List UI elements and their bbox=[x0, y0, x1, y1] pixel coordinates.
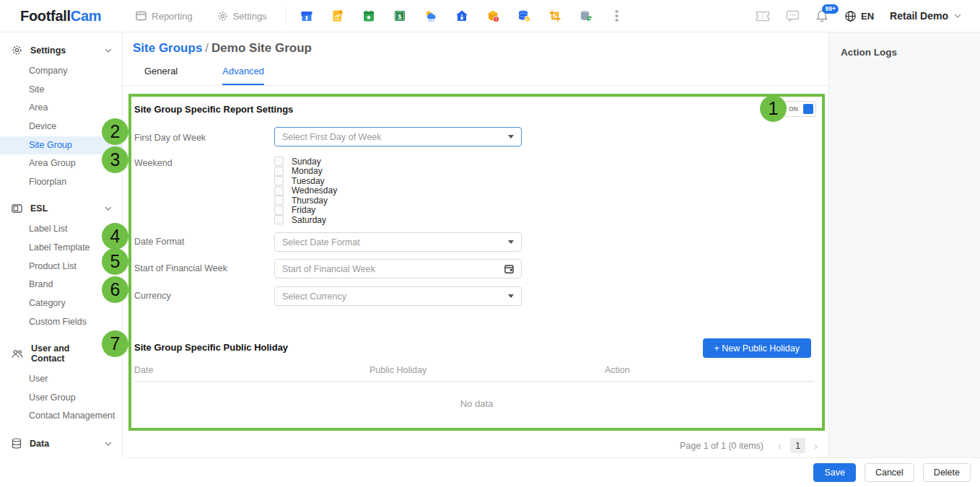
checkbox-thursday[interactable] bbox=[274, 196, 284, 205]
chevron-down-icon bbox=[105, 442, 112, 446]
checkbox-sunday-label: Sunday bbox=[292, 157, 321, 167]
date-format-select[interactable]: Select Date Format bbox=[274, 232, 522, 252]
chevron-down-icon bbox=[508, 240, 514, 244]
weekend-label: Weekend bbox=[134, 158, 172, 168]
checkbox-monday[interactable] bbox=[274, 167, 284, 176]
sidebar-header-settings[interactable]: Settings bbox=[0, 38, 122, 62]
sidebar-item-floorplan[interactable]: Floorplan bbox=[0, 173, 122, 192]
report-settings-toggle[interactable]: ON bbox=[784, 101, 816, 117]
checkbox-wednesday[interactable] bbox=[274, 186, 284, 196]
weather-icon[interactable] bbox=[424, 9, 438, 23]
tab-general[interactable]: General bbox=[144, 66, 178, 85]
sidebar-item-data-integrity-report[interactable]: Data Integrity Report bbox=[0, 455, 122, 457]
sidebar-item-contact-management[interactable]: Contact Management bbox=[0, 407, 122, 426]
revenue-board-icon[interactable]: $ bbox=[393, 9, 407, 23]
checkbox-tuesday-label: Tuesday bbox=[292, 176, 325, 186]
checkbox-monday-label: Monday bbox=[292, 166, 323, 176]
chevron-down-icon bbox=[954, 14, 961, 18]
sidebar-item-company[interactable]: Company bbox=[0, 62, 122, 81]
users-icon bbox=[12, 349, 23, 359]
breadcrumb: Site Groups/Demo Site Group bbox=[133, 41, 312, 56]
reporting-icon bbox=[136, 11, 146, 21]
first-day-of-week-select[interactable]: Select First Day of Week bbox=[274, 127, 522, 146]
svg-text:$: $ bbox=[398, 12, 402, 20]
first-day-of-week-label: First Day of Week bbox=[134, 133, 206, 143]
annotation-circle-6: 6 bbox=[102, 276, 128, 303]
sidebar-item-site[interactable]: Site bbox=[0, 81, 122, 100]
toggle-knob bbox=[803, 104, 813, 114]
chat-icon[interactable] bbox=[786, 10, 800, 22]
annotation-circle-7: 7 bbox=[102, 330, 128, 357]
action-logs-title: Action Logs bbox=[841, 47, 980, 58]
home-icon[interactable] bbox=[455, 9, 469, 23]
nav-reporting-label: Reporting bbox=[152, 11, 192, 22]
top-bar: FootfallCam Reporting Settings $ ! ••• 9… bbox=[0, 0, 980, 32]
report-chart-icon[interactable] bbox=[331, 9, 345, 23]
nav-reporting[interactable]: Reporting bbox=[136, 11, 192, 22]
app-icon-row: $ ! ••• bbox=[299, 9, 624, 23]
checkbox-saturday-label: Saturday bbox=[292, 215, 326, 225]
bell-icon[interactable]: 99+ bbox=[815, 9, 828, 23]
checkbox-wednesday-label: Wednesday bbox=[292, 185, 337, 196]
nav-settings[interactable]: Settings bbox=[217, 11, 267, 22]
tab-bar: General Advanced bbox=[123, 66, 828, 86]
column-action: Action bbox=[605, 365, 814, 375]
pagination: Page 1 of 1 (0 items) ‹ 1 › bbox=[680, 438, 819, 453]
public-holiday-table-header: Date Public Holiday Action bbox=[134, 365, 814, 382]
currency-label: Currency bbox=[134, 291, 171, 301]
checkbox-sunday[interactable] bbox=[274, 157, 284, 166]
footer-bar: Save Cancel Delete bbox=[123, 457, 980, 487]
no-data-message: No data bbox=[131, 398, 822, 409]
crop-edit-icon[interactable] bbox=[548, 9, 562, 23]
cancel-button[interactable]: Cancel bbox=[865, 463, 914, 482]
prev-page-icon[interactable]: ‹ bbox=[776, 439, 783, 452]
more-icon[interactable]: ••• bbox=[610, 9, 624, 23]
breadcrumb-separator: / bbox=[202, 41, 211, 55]
date-format-label: Date Format bbox=[134, 237, 184, 247]
pagination-summary: Page 1 of 1 (0 items) bbox=[680, 441, 764, 451]
footfallcam-logo[interactable]: FootfallCam bbox=[20, 8, 101, 25]
annotation-circle-1: 1 bbox=[760, 95, 787, 122]
tab-advanced[interactable]: Advanced bbox=[222, 66, 264, 85]
checkbox-tuesday[interactable] bbox=[274, 176, 284, 185]
chevron-down-icon bbox=[508, 294, 514, 298]
action-logs-panel: Action Logs bbox=[828, 32, 980, 457]
account-menu[interactable]: Retail Demo bbox=[890, 10, 961, 22]
coins-audit-icon[interactable] bbox=[517, 9, 531, 23]
sidebar-header-data[interactable]: Data bbox=[0, 431, 122, 455]
topbar-right: 99+ EN Retail Demo bbox=[756, 9, 966, 23]
calendar-icon[interactable] bbox=[504, 264, 514, 273]
calendar-star-icon[interactable] bbox=[362, 9, 376, 23]
currency-select[interactable]: Select Currency bbox=[274, 286, 522, 306]
sidebar-item-user[interactable]: User bbox=[0, 370, 122, 389]
checkbox-saturday[interactable] bbox=[274, 215, 284, 224]
gear-icon bbox=[217, 11, 228, 22]
globe-icon bbox=[844, 10, 857, 22]
storefront-icon[interactable] bbox=[299, 9, 314, 23]
sidebar-item-user-group[interactable]: User Group bbox=[0, 389, 122, 408]
language-switcher[interactable]: EN bbox=[844, 10, 874, 22]
sidebar-item-area[interactable]: Area bbox=[0, 99, 122, 118]
data-sync-icon[interactable] bbox=[579, 9, 593, 23]
checkbox-friday[interactable] bbox=[274, 206, 284, 215]
stock-alert-icon[interactable]: ! bbox=[486, 9, 500, 23]
breadcrumb-current: Demo Site Group bbox=[211, 41, 312, 55]
annotation-circle-4: 4 bbox=[102, 223, 128, 250]
breadcrumb-site-groups[interactable]: Site Groups bbox=[133, 41, 202, 55]
next-page-icon[interactable]: › bbox=[813, 439, 819, 452]
checkbox-friday-label: Friday bbox=[292, 205, 315, 215]
save-button[interactable]: Save bbox=[813, 463, 856, 482]
ticket-icon[interactable] bbox=[756, 11, 770, 22]
sidebar-item-custom-fields[interactable]: Custom Fields bbox=[0, 313, 122, 332]
column-public-holiday: Public Holiday bbox=[369, 365, 605, 375]
main-content: Site Groups/Demo Site Group General Adva… bbox=[123, 32, 828, 457]
new-public-holiday-button[interactable]: + New Public Holiday bbox=[703, 338, 811, 358]
sidebar-section-settings: Settings Company Site Area Device Site G… bbox=[0, 38, 122, 191]
delete-button[interactable]: Delete bbox=[923, 463, 971, 482]
esl-icon bbox=[12, 204, 22, 213]
page-number[interactable]: 1 bbox=[790, 438, 805, 453]
sidebar-header-esl[interactable]: ESL bbox=[0, 197, 122, 220]
report-settings-title: Site Group Specific Report Settings bbox=[134, 104, 293, 115]
topbar-divider bbox=[286, 7, 286, 25]
financial-week-date-input[interactable]: Start of Financial Week bbox=[274, 259, 522, 278]
